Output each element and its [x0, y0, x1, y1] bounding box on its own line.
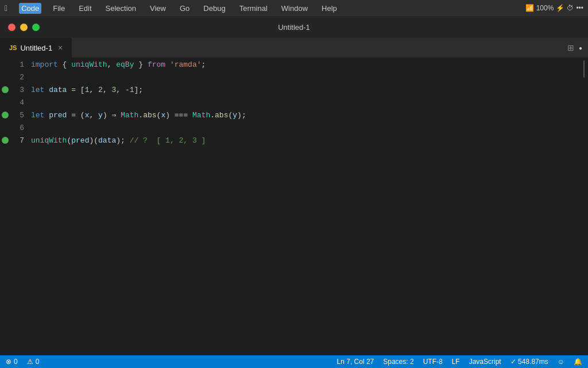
- code-line-2: [29, 71, 580, 83]
- line-ending[interactable]: LF: [452, 358, 460, 366]
- smiley: ☺: [558, 358, 564, 366]
- code-line-3: let data = [ 1 , 2 , 3 , -1 ];: [29, 83, 580, 96]
- class-math-1: Math: [121, 111, 138, 120]
- breakpoint-dot-5: [2, 112, 9, 118]
- window-title: Untitled-1: [278, 23, 310, 32]
- comment-result: // ? [ 1, 2, 3 ]: [130, 136, 206, 145]
- method-abs-2: abs: [215, 111, 228, 120]
- smiley-icon[interactable]: ☺: [558, 358, 564, 366]
- menu-debug[interactable]: Debug: [201, 3, 227, 14]
- battery-icon: 📶: [525, 4, 534, 12]
- breakpoint-area-5: [0, 112, 10, 118]
- menu-go[interactable]: Go: [177, 3, 192, 14]
- bell-icon: 🔔: [574, 358, 582, 366]
- menu-file[interactable]: File: [51, 3, 67, 14]
- scrollbar-thumb[interactable]: [583, 60, 585, 78]
- error-icon: ⊗: [6, 358, 11, 366]
- battery-level: 100%: [536, 4, 554, 12]
- code-line-1: import { uniqWith , eqBy } from 'ramda' …: [29, 58, 580, 71]
- warning-number: 0: [36, 358, 40, 366]
- status-bar: ⊗ 0 ⚠ 0 Ln 7, Col 27 Spaces: 2 UTF-8 LF …: [0, 355, 588, 368]
- breakpoint-area-7: [0, 137, 10, 144]
- timing-display: ✓ 548.87ms: [510, 358, 548, 366]
- menu-terminal[interactable]: Terminal: [237, 3, 270, 14]
- gutter-row-1: 1: [0, 58, 29, 71]
- menu-bar:  Code File Edit Selection View Go Debug…: [0, 0, 588, 16]
- num-1: 1: [85, 86, 90, 94]
- cursor-position[interactable]: Ln 7, Col 27: [337, 358, 374, 366]
- string-ramda: 'ramda': [170, 60, 202, 69]
- dot-indicator: ●: [579, 45, 582, 51]
- param-x: x: [85, 111, 90, 120]
- language-text: JavaScript: [469, 358, 501, 366]
- keyword-let-pred: let: [31, 111, 44, 120]
- split-editor-icon[interactable]: ⊞: [567, 43, 574, 52]
- scrollbar[interactable]: [580, 58, 588, 355]
- tab-close-icon[interactable]: ×: [58, 43, 63, 52]
- tab-label: Untitled-1: [20, 44, 52, 52]
- menu-window[interactable]: Window: [279, 3, 310, 14]
- apple-menu[interactable]: : [5, 3, 7, 13]
- arg-y: y: [233, 111, 237, 120]
- gutter-row-2: 2: [0, 71, 29, 83]
- arrow-symbol: ⇒: [112, 110, 117, 120]
- line-number-4: 4: [10, 98, 29, 107]
- title-bar: Untitled-1: [0, 16, 588, 38]
- notification-bell[interactable]: 🔔: [574, 358, 582, 366]
- clock-icon: ⏱: [567, 4, 574, 12]
- num-3: 3: [112, 86, 117, 94]
- gutter-row-7: 7: [0, 134, 29, 147]
- gutter-row-5: 5: [0, 109, 29, 121]
- code-line-7: uniqWith ( pred )( data ); // ? [ 1, 2, …: [29, 134, 580, 147]
- maximize-button[interactable]: [32, 24, 40, 31]
- identifier-eqBy: eqBy: [116, 60, 134, 69]
- breakpoint-dot-7: [2, 137, 9, 144]
- tab-bar: JS Untitled-1 × ⊞ ●: [0, 38, 588, 58]
- line-number-5: 5: [10, 111, 29, 120]
- var-data: data: [49, 86, 67, 94]
- line-number-7: 7: [10, 136, 29, 145]
- menu-selection[interactable]: Selection: [103, 3, 138, 14]
- keyword-let-data: let: [31, 86, 44, 94]
- minimize-button[interactable]: [20, 24, 28, 31]
- identifier-uniqWith: uniqWith: [71, 60, 107, 69]
- num-2: 2: [98, 86, 103, 94]
- menu-bar-right: 📶 100% ⚡ ⏱ •••: [525, 4, 583, 12]
- encoding[interactable]: UTF-8: [423, 358, 443, 366]
- battery-info: 📶 100% ⚡ ⏱ •••: [525, 4, 583, 12]
- status-right: Ln 7, Col 27 Spaces: 2 UTF-8 LF JavaScri…: [337, 358, 582, 366]
- fn-uniqWith: uniqWith: [31, 136, 67, 145]
- menu-edit[interactable]: Edit: [76, 3, 94, 14]
- var-pred: pred: [49, 111, 67, 120]
- keyword-import: import: [31, 60, 58, 69]
- line-number-6: 6: [10, 124, 29, 132]
- menu-view[interactable]: View: [148, 3, 168, 14]
- error-number: 0: [14, 358, 18, 366]
- close-button[interactable]: [8, 24, 16, 31]
- method-abs-1: abs: [143, 111, 156, 120]
- param-y: y: [98, 111, 103, 120]
- line-ending-text: LF: [452, 358, 460, 366]
- gutter-row-3: 3: [0, 83, 29, 96]
- language-mode[interactable]: JavaScript: [469, 358, 501, 366]
- warning-count[interactable]: ⚠ 0: [27, 358, 40, 366]
- menu-code[interactable]: Code: [19, 3, 41, 14]
- num-neg1: -1: [125, 86, 134, 94]
- breakpoint-dot-3: [2, 86, 9, 93]
- tab-untitled-1[interactable]: JS Untitled-1 ×: [0, 38, 72, 57]
- indentation[interactable]: Spaces: 2: [383, 358, 413, 366]
- code-editor[interactable]: import { uniqWith , eqBy } from 'ramda' …: [29, 58, 580, 355]
- encoding-text: UTF-8: [423, 358, 443, 366]
- editor-container: 1 2 3 4 5 6: [0, 58, 588, 355]
- code-line-5: let pred = ( x , y ) ⇒ Math . abs ( x ) …: [29, 109, 580, 121]
- menu-help[interactable]: Help: [319, 3, 339, 14]
- arg-pred: pred: [71, 136, 89, 145]
- tab-js-icon: JS: [9, 44, 17, 51]
- window-controls: [0, 24, 48, 31]
- line-number-2: 2: [10, 73, 29, 82]
- gutter-row-6: 6: [0, 121, 29, 134]
- arg-data: data: [98, 136, 116, 145]
- line-number-1: 1: [10, 60, 29, 69]
- line-number-3: 3: [10, 86, 29, 94]
- error-count[interactable]: ⊗ 0: [6, 358, 18, 366]
